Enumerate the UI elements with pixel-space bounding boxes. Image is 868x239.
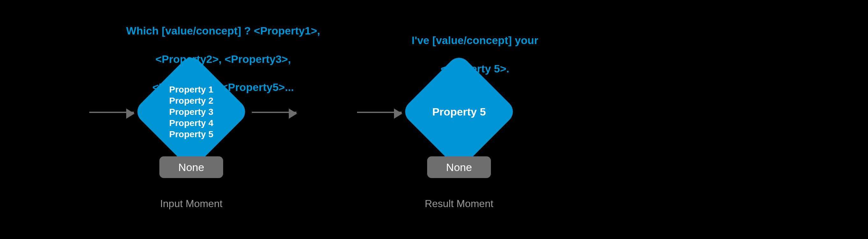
input-prompt-line1: Which [value/concept] ? <Property1>, (126, 25, 320, 37)
none-label: None (178, 161, 204, 174)
arrow-from-input (252, 112, 297, 113)
result-diamond-content: Property 5 (417, 70, 500, 153)
property-item: Property 2 (169, 95, 214, 106)
diagram-stage: Which [value/concept] ? <Property1>, <Pr… (0, 0, 868, 239)
none-label: None (446, 161, 472, 174)
property-item: Property 3 (169, 106, 214, 117)
arrow-to-result (357, 112, 402, 113)
input-diamond-content: Property 1 Property 2 Property 3 Propert… (150, 70, 233, 153)
property-item: Property 4 (169, 117, 214, 128)
result-prompt: I've [value/concept] your <property 5>. (395, 19, 555, 76)
result-diamond: Property 5 (417, 70, 500, 153)
input-none-pill[interactable]: None (159, 156, 223, 178)
result-prompt-line1: I've [value/concept] your (411, 34, 538, 46)
input-caption: Input Moment (158, 198, 225, 210)
result-none-pill[interactable]: None (427, 156, 491, 178)
property-item: Property 1 (169, 84, 214, 95)
selected-property: Property 5 (432, 105, 486, 119)
property-item: Property 5 (169, 128, 214, 140)
input-diamond: Property 1 Property 2 Property 3 Propert… (150, 70, 233, 153)
input-prompt-line2: <Property2>, <Property3>, (155, 53, 291, 65)
arrow-to-input (89, 112, 134, 113)
result-caption: Result Moment (424, 198, 494, 210)
